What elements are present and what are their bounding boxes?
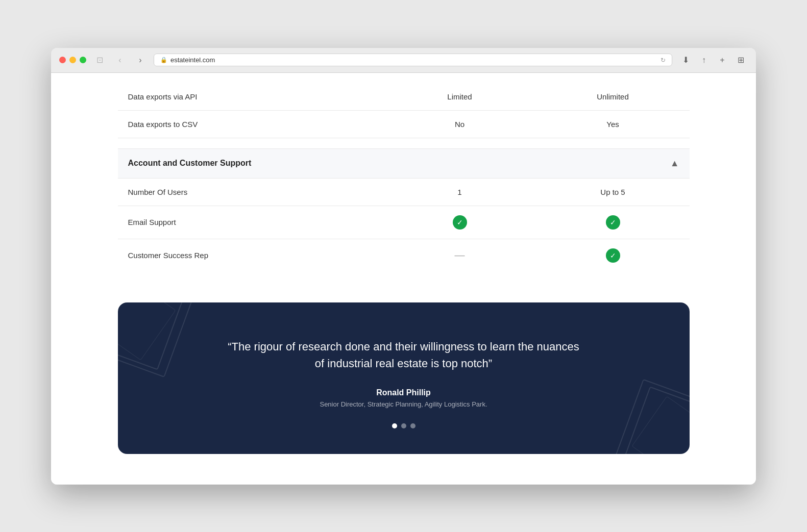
table-row: Customer Success Rep — ✓ xyxy=(118,239,690,272)
pro-value: Yes xyxy=(536,111,690,138)
testimonial-section: “The rigour of research done and their w… xyxy=(118,282,690,485)
browser-actions: ⬇ ↑ + ⊞ xyxy=(678,53,748,67)
lock-icon: 🔒 xyxy=(160,57,167,63)
table-row: Data exports to CSV No Yes xyxy=(118,111,690,138)
sidebar-toggle-icon[interactable]: ⊡ xyxy=(92,53,107,67)
carousel-dot-1[interactable] xyxy=(392,423,397,428)
maximize-button[interactable] xyxy=(80,57,86,63)
testimonial-role: Senior Director, Strategic Planning, Agi… xyxy=(169,400,639,408)
pro-value: Up to 5 xyxy=(536,179,690,206)
corner-decoration-inner-br xyxy=(631,396,690,454)
section-header[interactable]: Account and Customer Support ▲ xyxy=(118,148,690,179)
testimonial-card: “The rigour of research done and their w… xyxy=(118,302,690,454)
pro-value: ✓ xyxy=(536,239,690,272)
back-button[interactable]: ‹ xyxy=(113,53,127,67)
close-button[interactable] xyxy=(59,57,66,63)
chevron-up-icon: ▲ xyxy=(670,158,679,169)
feature-label: Data exports to CSV xyxy=(118,111,383,138)
basic-value: Limited xyxy=(383,83,536,110)
sidebar-icon[interactable]: ⊞ xyxy=(733,53,748,67)
pro-value: Unlimited xyxy=(536,83,690,110)
pro-value: ✓ xyxy=(536,206,690,239)
basic-value: ✓ xyxy=(383,206,536,239)
forward-button[interactable]: › xyxy=(133,53,148,67)
download-icon[interactable]: ⬇ xyxy=(678,53,693,67)
browser-window: ⊡ ‹ › 🔒 estateintel.com ↻ ⬇ ↑ + ⊞ Data e… xyxy=(51,48,756,485)
table-row: Number Of Users 1 Up to 5 xyxy=(118,179,690,206)
page-container: Data exports via API Limited Unlimited D… xyxy=(97,73,710,485)
carousel-dot-3[interactable] xyxy=(410,423,415,428)
feature-label: Number Of Users xyxy=(118,179,383,206)
section-title: Account and Customer Support xyxy=(128,159,252,168)
traffic-lights xyxy=(59,57,86,63)
browser-content: Data exports via API Limited Unlimited D… xyxy=(51,73,756,485)
minimize-button[interactable] xyxy=(69,57,76,63)
basic-value: No xyxy=(383,111,536,138)
table-row: Email Support ✓ ✓ xyxy=(118,206,690,239)
feature-label: Data exports via API xyxy=(118,83,383,110)
check-icon: ✓ xyxy=(453,215,467,230)
carousel-dots xyxy=(169,423,639,428)
check-icon: ✓ xyxy=(606,215,620,230)
new-tab-icon[interactable]: + xyxy=(715,53,729,67)
basic-value: — xyxy=(383,240,536,270)
feature-label: Email Support xyxy=(118,209,383,236)
basic-value: 1 xyxy=(383,179,536,206)
dash-icon: — xyxy=(455,249,465,261)
carousel-dot-2[interactable] xyxy=(401,423,406,428)
feature-label: Customer Success Rep xyxy=(118,242,383,269)
url-text: estateintel.com xyxy=(170,56,215,64)
browser-toolbar: ⊡ ‹ › 🔒 estateintel.com ↻ ⬇ ↑ + ⊞ xyxy=(51,48,756,73)
comparison-section: Data exports via API Limited Unlimited D… xyxy=(118,73,690,282)
reload-icon[interactable]: ↻ xyxy=(661,57,666,64)
share-icon[interactable]: ↑ xyxy=(697,53,711,67)
check-icon: ✓ xyxy=(606,248,620,263)
address-bar[interactable]: 🔒 estateintel.com ↻ xyxy=(154,54,672,66)
testimonial-quote: “The rigour of research done and their w… xyxy=(225,338,582,372)
table-row: Data exports via API Limited Unlimited xyxy=(118,83,690,111)
testimonial-author: Ronald Phillip xyxy=(169,388,639,397)
